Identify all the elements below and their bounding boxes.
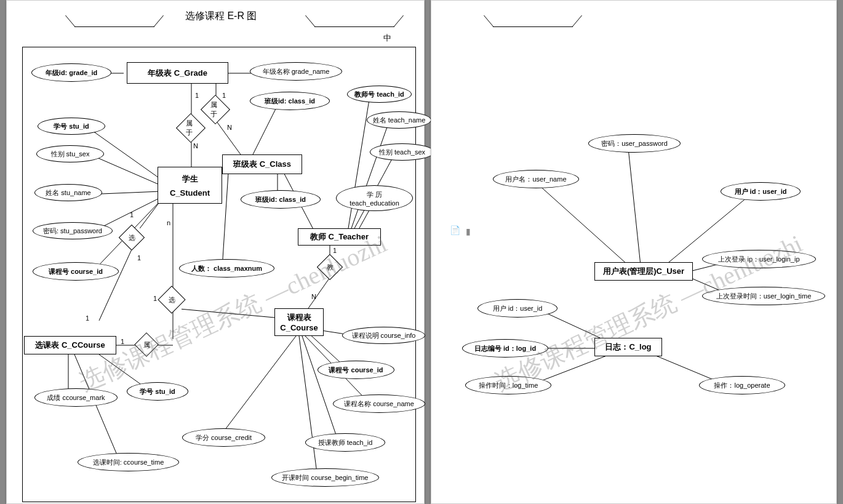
tab-decoration-right [314,16,394,27]
card-1f: 1 [153,295,157,302]
relation-belong1: 属于 [205,99,226,120]
relation-teach: 教 [321,258,339,276]
attr-stu-name: 姓名 stu_name [34,184,102,201]
card-1h: 1 [333,247,337,254]
attr-course-id: 课程号 course_id [318,361,394,379]
attr-ccourse-mark: 成绩 ccourse_mark [34,388,118,407]
relation-select1: 选 [122,228,141,247]
attr-teach-education: 学 历 teach_education [336,185,413,211]
card-1g: 1 [121,338,124,345]
attr-teach-name: 姓名 teach_name [367,111,431,129]
corner-label: 中 [383,33,391,44]
attr-grade-name: 年级名称 grade_name [250,62,342,81]
card-N3: N [311,293,316,300]
card-1b: 1 [222,92,226,99]
attr-class-id1: 班级id: class_id [250,92,330,110]
attr-teach-id: 教师号 teach_id [347,86,412,103]
attr-stu-sex: 性别 stu_sex [36,145,104,162]
attr-stu-id: 学号 stu_id [38,118,105,135]
entity-log: 日志：C_log [594,338,662,356]
entity-teacher: 教师 C_Teacher [298,228,381,246]
attr-log-operate: 操作：log_operate [699,376,785,394]
card-n1: n [167,219,170,226]
attr-user-name: 用户名：user_name [493,170,579,188]
attr-course-name: 课程名称 course_name [333,394,425,413]
attr-user-password: 密码：user_password [588,134,681,153]
cursor-icon: ▮ [466,226,471,236]
attr-user-id: 用户 id：user_id [721,182,801,201]
attr-course-begin-time: 开课时间 course_begin_time [271,468,379,487]
relation-attr: 属 [138,336,155,353]
attr-log-time: 操作时间：log_time [465,376,551,394]
entity-student: 学生 C_Student [158,167,222,204]
attr-log-id: 日志编号 id：log_id [462,339,548,358]
card-1c: 1 [130,211,134,218]
attr-grade-id: 年级id: grade_id [31,63,111,82]
attr-stu-password: 密码: stu_password [33,222,113,239]
card-N1: N [227,124,232,131]
page-right: 用户表(管理层)C_User 日志：C_log 密码：user_password… [431,0,837,504]
svg-line-37 [628,148,641,265]
entity-user: 用户表(管理层)C_User [594,262,693,281]
card-1e: 1 [86,314,89,322]
entity-grade: 年级表 C_Grade [127,62,228,84]
relation-select2: 选 [162,290,182,310]
diagram-title: 选修课程 E-R 图 [185,10,257,23]
relation-belong2: 属于 [180,118,201,138]
attr-ccourse-time: 选课时间: ccourse_time [78,453,179,471]
entity-class: 班级表 C_Class [222,154,302,174]
attr-course-credit: 学分 course_credit [182,428,265,447]
attr-stu-course-id: 课程号 course_id [33,262,119,281]
page-left: 选修课程 E-R 图 中 [6,0,425,504]
attr-user-login-ip: 上次登录 ip：user_login_ip [702,250,816,268]
tab-decoration-p2 [493,16,573,27]
svg-line-38 [539,185,628,265]
card-1d: 1 [137,254,141,262]
card-N2: N [193,142,198,150]
entity-course: 课程表 C_Course [274,308,324,336]
tab-decoration-left [74,16,154,27]
attr-class-id2: 班级id: class_id [241,190,321,209]
attr-ccourse-stu-id: 学号 stu_id [127,382,188,401]
attr-log-user-id: 用户 id：user_id [477,299,557,318]
attr-class-maxnum: 人数： class_maxnum [179,259,274,278]
attr-teach-sex: 性别 teach_sex [370,143,434,161]
document-icon: 📄 [450,225,460,235]
card-1: 1 [195,92,199,99]
attr-course-info: 课程说明 course_info [342,327,425,344]
attr-user-login-time: 上次登录时间：user_login_time [702,287,825,305]
entity-ccourse: 选课表 C_CCourse [24,336,116,354]
attr-course-teach-id: 授课教师 teach_id [305,433,385,452]
